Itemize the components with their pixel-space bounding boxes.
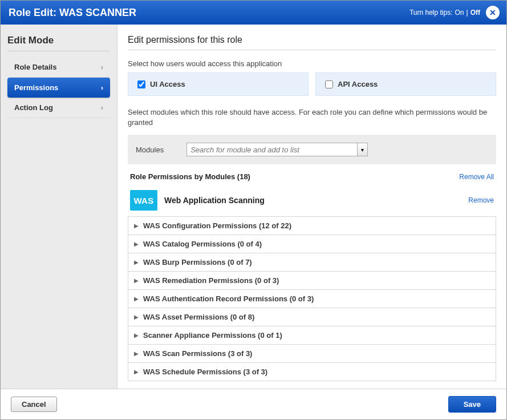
chevron-right-icon: ›	[101, 103, 103, 112]
expand-icon: ▶	[134, 259, 139, 265]
cancel-button[interactable]: Cancel	[11, 397, 57, 412]
dialog-footer: Cancel Save	[1, 389, 506, 419]
expand-icon: ▶	[134, 277, 139, 284]
sidebar: Edit Mode Role Details › Permissions › A…	[1, 25, 117, 389]
ui-access-option[interactable]: UI Access	[128, 72, 309, 96]
permission-row[interactable]: ▶WAS Asset Permissions (0 of 8)	[128, 308, 496, 326]
help-tips-toggle: Turn help tips: On | Off	[409, 9, 480, 17]
main-panel: Edit permissions for this role Select ho…	[117, 25, 506, 389]
permission-row[interactable]: ▶WAS Authentication Record Permissions (…	[128, 289, 496, 308]
permission-label: WAS Configuration Permissions (12 of 22)	[143, 221, 291, 230]
dialog-body: Edit Mode Role Details › Permissions › A…	[1, 25, 506, 389]
permission-list: ▶WAS Configuration Permissions (12 of 22…	[128, 216, 496, 381]
module-name: Web Application Scanning	[164, 196, 461, 205]
remove-all-link[interactable]: Remove All	[459, 173, 494, 181]
nav-label: Permissions	[14, 83, 58, 92]
sidebar-title: Edit Mode	[7, 35, 110, 51]
permission-label: WAS Asset Permissions (0 of 8)	[143, 313, 254, 321]
module-search-input[interactable]	[186, 143, 358, 156]
chevron-down-icon: ▾	[361, 147, 364, 153]
nav-action-log[interactable]: Action Log ›	[7, 98, 110, 118]
dialog: Role Edit: WAS SCANNER Turn help tips: O…	[0, 0, 507, 420]
chevron-right-icon: ›	[101, 83, 103, 92]
page-heading: Edit permissions for this role	[128, 35, 496, 45]
save-button[interactable]: Save	[448, 396, 496, 413]
nav-label: Role Details	[14, 63, 56, 71]
expand-icon: ▶	[134, 296, 139, 302]
permission-label: WAS Scan Permissions (3 of 3)	[143, 349, 252, 358]
permission-label: WAS Remediation Permissions (0 of 3)	[143, 276, 279, 285]
nav-label: Action Log	[14, 103, 53, 112]
permission-row[interactable]: ▶Scanner Appliance Permissions (0 of 1)	[128, 326, 496, 344]
api-access-checkbox[interactable]	[325, 80, 333, 88]
access-options: UI Access API Access	[128, 72, 496, 96]
permissions-count-label: Role Permissions by Modules (18)	[130, 172, 250, 181]
expand-icon: ▶	[134, 314, 139, 320]
permission-row[interactable]: ▶WAS Configuration Permissions (12 of 22…	[128, 216, 496, 235]
was-badge-icon: WAS	[130, 190, 157, 211]
module-dropdown-button[interactable]: ▾	[358, 143, 368, 156]
permission-row[interactable]: ▶WAS Burp Permissions (0 of 7)	[128, 253, 496, 271]
access-instruction: Select how users would access this appli…	[128, 59, 496, 68]
expand-icon: ▶	[134, 369, 139, 375]
close-button[interactable]: ✕	[486, 6, 500, 19]
permission-label: WAS Catalog Permissions (0 of 4)	[143, 240, 262, 248]
api-access-option[interactable]: API Access	[315, 72, 496, 96]
permission-row[interactable]: ▶WAS Schedule Permissions (3 of 3)	[128, 362, 496, 381]
expand-icon: ▶	[134, 332, 139, 338]
expand-icon: ▶	[134, 223, 139, 229]
dialog-header: Role Edit: WAS SCANNER Turn help tips: O…	[1, 1, 506, 25]
help-on-link[interactable]: On	[455, 9, 464, 17]
permission-label: Scanner Appliance Permissions (0 of 1)	[143, 331, 282, 340]
header-controls: Turn help tips: On | Off ✕	[409, 6, 500, 19]
expand-icon: ▶	[134, 350, 139, 357]
divider	[128, 50, 496, 50]
remove-module-link[interactable]: Remove	[468, 196, 494, 204]
help-separator: |	[467, 9, 468, 17]
expand-icon: ▶	[134, 241, 139, 247]
close-icon: ✕	[489, 8, 496, 17]
chevron-right-icon: ›	[101, 63, 103, 71]
dialog-title: Role Edit: WAS SCANNER	[9, 7, 136, 19]
module-instruction: Select modules which this role should ha…	[128, 107, 496, 128]
permission-label: WAS Burp Permissions (0 of 7)	[143, 258, 252, 266]
permission-row[interactable]: ▶WAS Catalog Permissions (0 of 4)	[128, 235, 496, 253]
permission-row[interactable]: ▶WAS Remediation Permissions (0 of 3)	[128, 271, 496, 289]
ui-access-checkbox[interactable]	[137, 80, 145, 88]
module-search-bar: Modules ▾	[128, 135, 496, 164]
permission-label: WAS Schedule Permissions (3 of 3)	[143, 368, 267, 376]
help-label: Turn help tips:	[409, 9, 453, 17]
modules-label: Modules	[136, 146, 164, 154]
permission-row[interactable]: ▶WAS Scan Permissions (3 of 3)	[128, 344, 496, 362]
permissions-header: Role Permissions by Modules (18) Remove …	[128, 164, 496, 187]
nav-role-details[interactable]: Role Details ›	[7, 57, 110, 78]
api-access-label: API Access	[338, 80, 378, 88]
permission-label: WAS Authentication Record Permissions (0…	[143, 294, 314, 303]
module-combobox: ▾	[186, 143, 368, 156]
ui-access-label: UI Access	[150, 80, 185, 88]
module-card-header: WAS Web Application Scanning Remove	[128, 187, 496, 216]
nav-permissions[interactable]: Permissions ›	[7, 78, 110, 98]
help-off-link[interactable]: Off	[471, 9, 480, 17]
module-card: WAS Web Application Scanning Remove ▶WAS…	[128, 187, 496, 381]
